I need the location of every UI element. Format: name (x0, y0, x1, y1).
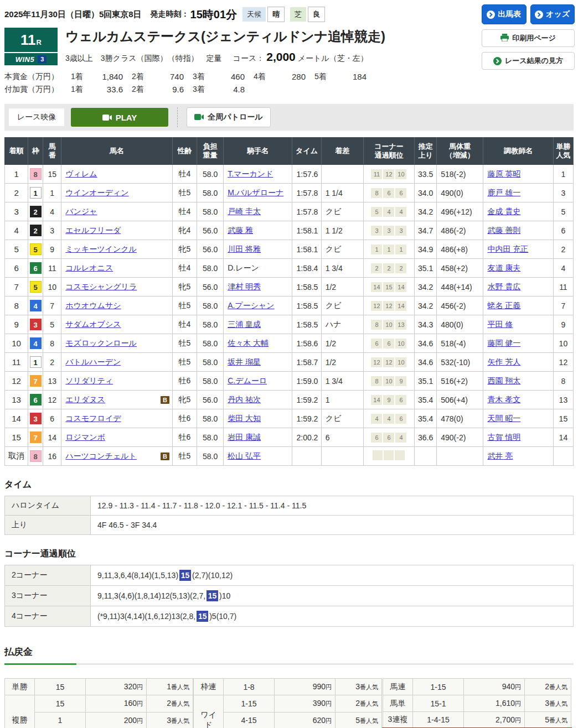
trainer-link[interactable]: 武井 亮 (487, 451, 513, 460)
race-number-badge: 11 R WIN5 3 (4, 28, 58, 65)
carried-weight: 56.0 (197, 221, 223, 240)
finish-time: 2:00.2 (292, 428, 321, 447)
amount-value: 940 (502, 682, 515, 691)
popularity-suffix: 番人気 (171, 717, 189, 724)
jockey-link[interactable]: 津村 明秀 (228, 282, 261, 291)
trainer-link[interactable]: 金成 貴史 (487, 207, 520, 216)
horse-name-link[interactable]: バトルハーデン (65, 357, 121, 367)
trainer-link[interactable]: 青木 孝文 (487, 395, 520, 404)
jockey-link[interactable]: 佐々木 大輔 (228, 339, 269, 347)
start-time-value: 15時01分 (190, 7, 238, 22)
payout-popularity: 3番人気 (336, 679, 382, 695)
jockey-link[interactable]: 武藤 雅 (228, 226, 253, 235)
horse-name-link[interactable]: ウインオーディン (65, 188, 128, 198)
jockey-link[interactable]: 三浦 皇成 (228, 320, 261, 329)
prize-amount: 740 (151, 72, 184, 82)
trainer-link[interactable]: 中内田 充正 (487, 245, 528, 253)
trainer-link[interactable]: 友道 康夫 (487, 263, 520, 272)
trainer-cell: 鹿戸 雄一 (483, 184, 553, 202)
frame-cell: 6 (28, 391, 43, 409)
jockey-link[interactable]: 松山 弘平 (228, 451, 261, 460)
prize-amount: 33.6 (90, 85, 123, 95)
horse-name-link[interactable]: コスモシャングリラ (65, 282, 137, 292)
horse-name-link[interactable]: エセルフリーダ (65, 226, 121, 236)
jockey-link[interactable]: M.バルザローナ (228, 188, 283, 197)
horse-name-link[interactable]: ハーツコンチェルト (65, 451, 137, 461)
win5-leg-number: 3 (38, 55, 47, 63)
jockey-link[interactable]: A.プーシャン (228, 301, 275, 310)
prize-money-block: 本賞金（万円） 1着1,8402着7403着4604着2805着184 付加賞（… (4, 72, 574, 97)
frame-number: 5 (30, 243, 42, 255)
frame-number: 8 (30, 168, 42, 180)
finish-time: 1:58.5 (292, 297, 321, 315)
trainer-link[interactable]: 鹿戸 雄一 (487, 188, 520, 197)
horse-name-link[interactable]: モズロックンロール (65, 339, 137, 349)
race-results-table: 着順枠馬 番馬名性齢負担 重量騎手名タイム着差コーナー 通過順位推定 上り馬体重… (4, 137, 574, 466)
jockey-link[interactable]: C.デムーロ (228, 376, 267, 385)
trainer-link[interactable]: 蛯名 正義 (487, 301, 520, 310)
finish-time: 1:59.2 (292, 391, 321, 409)
horse-name-link[interactable]: ソリダリティ (65, 376, 113, 386)
horse-name-cell: ハーツコンチェルトB (61, 447, 173, 466)
corner-chip: 5 (371, 207, 382, 217)
print-page-button[interactable]: 印刷用ページ (482, 29, 575, 47)
horse-name-link[interactable]: ロジマンボ (65, 433, 105, 443)
jockey-link[interactable]: 川田 将雅 (228, 245, 261, 253)
trainer-cell: 平田 修 (483, 315, 553, 334)
frame-number: 3 (30, 319, 42, 330)
jockey-link[interactable]: 戸崎 圭太 (228, 207, 261, 216)
bet-type: ワイド (194, 695, 224, 728)
printer-icon (500, 34, 509, 43)
odds-button[interactable]: オッズ (530, 4, 575, 24)
trainer-link[interactable]: 平田 修 (487, 320, 513, 329)
carried-weight: 56.0 (197, 391, 223, 409)
horse-name-link[interactable]: バンジャ (65, 207, 97, 217)
race-video-tab[interactable]: レース映像 (9, 108, 64, 126)
entry-table-button[interactable]: 出馬表 (482, 4, 527, 24)
trainer-link[interactable]: 天間 昭一 (487, 414, 520, 423)
frame-number: 6 (30, 262, 42, 274)
jockey-link[interactable]: 坂井 瑠星 (228, 357, 261, 366)
result-row: 211ウインオーディン牡558.0M.バルザローナ1:57.81 1/48663… (5, 184, 574, 202)
corner-chip: 6 (371, 433, 382, 443)
frame-cell: 1 (28, 184, 43, 202)
jockey-link[interactable]: 柴田 大知 (228, 414, 261, 423)
play-button[interactable]: PLAY (71, 108, 168, 127)
popularity-value: 2 (545, 682, 549, 691)
margin: 6 (321, 428, 363, 447)
trainer-link[interactable]: 武藤 善則 (487, 226, 520, 235)
trainer-link[interactable]: 水野 貴広 (487, 282, 520, 291)
horse-name-link[interactable]: ヴィレム (65, 169, 97, 179)
trainer-link[interactable]: 藤原 英昭 (487, 169, 520, 178)
how-to-read-button[interactable]: レース結果の見方 (482, 52, 575, 70)
trainer-link[interactable]: 古賀 慎明 (487, 433, 520, 441)
jockey-link[interactable]: T.マーカンド (228, 169, 273, 178)
patrol-label: 全周パトロール (208, 112, 262, 122)
patrol-video-button[interactable]: 全周パトロール (187, 107, 271, 127)
horse-name-link[interactable]: ホウオウムサシ (65, 301, 121, 311)
frame-cell: 6 (28, 259, 43, 278)
horse-name-link[interactable]: ミッキーツインクル (65, 245, 137, 254)
trainer-cell: 西園 翔太 (483, 372, 553, 391)
sex-age: 牡5 (172, 297, 197, 315)
payout-popularity: 2番人気 (147, 695, 193, 712)
horse-name-link[interactable]: エリダヌス (65, 395, 105, 405)
jockey-link[interactable]: 丹内 祐次 (228, 395, 261, 404)
horse-name-link[interactable]: サダムオブシス (65, 320, 121, 330)
horse-name-link[interactable]: コスモフロイデ (65, 414, 121, 424)
amount-value: 2,700 (496, 715, 515, 724)
jockey-link[interactable]: 岩田 康誠 (228, 433, 261, 441)
trainer-link[interactable]: 矢作 芳人 (487, 357, 520, 366)
trainer-cell: 青木 孝文 (483, 391, 553, 409)
payout-combination: 1-8 (224, 679, 275, 695)
trainer-cell: 中内田 充正 (483, 240, 553, 259)
horse-name-cell: ミッキーツインクル (61, 240, 173, 259)
video-camera-icon (194, 113, 204, 122)
payout-popularity: 3番人気 (147, 712, 193, 728)
finish-position: 3 (5, 202, 28, 221)
trainer-link[interactable]: 藤岡 健一 (487, 339, 520, 347)
horse-name-link[interactable]: コルレオニス (65, 263, 113, 273)
result-row: 1436コスモフロイデ牡658.0柴田 大知1:59.2クビ44635.4478… (5, 409, 574, 428)
horse-name-cell: バトルハーデン (61, 353, 173, 372)
trainer-link[interactable]: 西園 翔太 (487, 376, 520, 385)
